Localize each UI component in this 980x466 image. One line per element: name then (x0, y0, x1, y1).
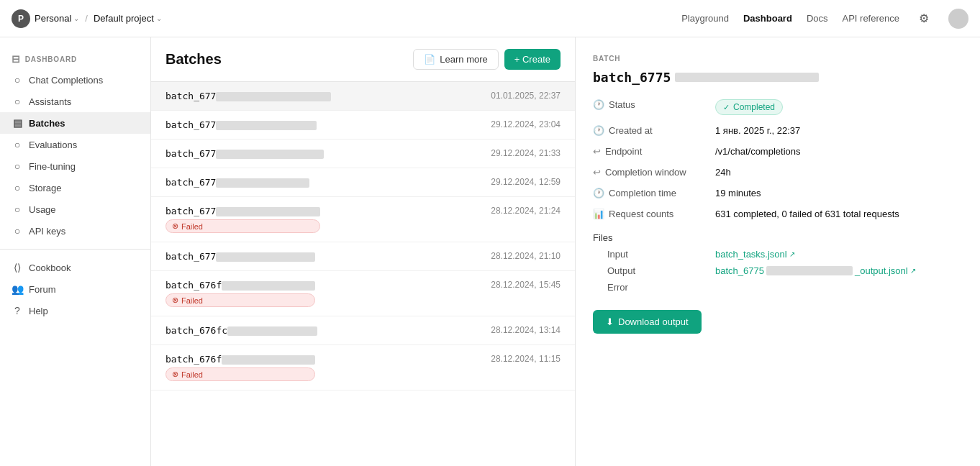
batches-icon: ▤ (12, 117, 23, 129)
book-icon: 📄 (424, 54, 435, 65)
avatar[interactable] (948, 9, 968, 29)
batch-row-left: batch_677 Failed (165, 206, 320, 233)
help-icon: ? (12, 305, 23, 316)
input-label: Input (593, 249, 708, 260)
sidebar-item-label: API keys (29, 226, 65, 237)
sidebar-item-usage[interactable]: ○ Usage (0, 198, 150, 220)
org-name: Personal (35, 13, 71, 24)
status-completed-badge: Completed (715, 99, 783, 115)
detail-key-status: 🕐 Status (593, 99, 708, 110)
nav-dashboard[interactable]: Dashboard (743, 13, 792, 24)
window-icon: ↩ (593, 167, 601, 178)
output-label: Output (593, 265, 708, 276)
clock-icon: 🕐 (593, 99, 604, 110)
topnav-right: Playground Dashboard Docs API reference … (681, 9, 968, 29)
sidebar-item-forum[interactable]: 👥 Forum (0, 278, 150, 300)
nav-playground[interactable]: Playground (681, 13, 729, 24)
sidebar-item-help[interactable]: ? Help (0, 300, 150, 321)
batch-row[interactable]: batch_677 29.12.2024, 21:33 (151, 140, 575, 168)
clock-icon-2: 🕐 (593, 125, 604, 136)
sidebar-item-label: Chat Completions (29, 75, 103, 86)
batch-id: batch_677 (165, 206, 320, 216)
detail-grid: 🕐 Status Completed 🕐 Created at 1 янв. 2… (593, 99, 963, 219)
org-selector[interactable]: Personal ⌄ (35, 13, 79, 24)
sidebar-item-storage[interactable]: ○ Storage (0, 177, 150, 198)
batch-date: 29.12.2024, 21:33 (491, 148, 561, 158)
evaluations-icon: ○ (12, 139, 23, 150)
files-section: Files Input batch_tasks.jsonl ↗ Output (593, 232, 963, 293)
batch-id: batch_676f (165, 280, 315, 291)
main-content: Batches 📄 Learn more + Create batch_677 (151, 37, 980, 466)
detail-val-input: batch_tasks.jsonl ↗ (715, 249, 963, 260)
batches-actions: 📄 Learn more + Create (413, 49, 561, 70)
topnav: P Personal ⌄ / Default project ⌄ Playgro… (0, 0, 980, 37)
sidebar-item-chat-completions[interactable]: ○ Chat Completions (0, 69, 150, 91)
batches-header: Batches 📄 Learn more + Create (151, 37, 575, 82)
detail-val-completion-window: 24h (715, 167, 963, 178)
chat-completions-icon: ○ (12, 74, 23, 86)
batch-row-left: batch_677 (165, 91, 331, 101)
batch-row[interactable]: batch_677 01.01.2025, 22:37 (151, 82, 575, 111)
topnav-left: P Personal ⌄ / Default project ⌄ (12, 9, 162, 28)
detail-row-endpoint: ↩ Endpoint /v1/chat/completions (593, 146, 963, 157)
detail-val-endpoint: /v1/chat/completions (715, 146, 963, 157)
app-body: ⊟ DASHBOARD ○ Chat Completions ○ Assista… (0, 37, 980, 466)
sidebar-item-label: Assistants (29, 96, 71, 107)
sidebar-item-cookbook[interactable]: ⟨⟩ Cookbook (0, 257, 150, 278)
download-output-button[interactable]: ⬇ Download output (593, 310, 702, 334)
fine-tuning-icon: ○ (12, 160, 23, 172)
sidebar-item-label: Storage (29, 183, 62, 193)
detail-val-created-at: 1 янв. 2025 г., 22:37 (715, 125, 963, 136)
sidebar-item-evaluations[interactable]: ○ Evaluations (0, 134, 150, 155)
sidebar-item-label: Usage (29, 204, 56, 215)
batch-row[interactable]: batch_676f Failed 28.12.2024, 15:45 (151, 271, 575, 316)
external-link-icon: ↗ (789, 250, 795, 258)
batch-row[interactable]: batch_676f Failed 28.12.2024, 11:15 (151, 345, 575, 390)
nav-docs[interactable]: Docs (807, 13, 828, 24)
status-badge: Failed (165, 293, 315, 307)
project-selector[interactable]: Default project ⌄ (94, 13, 162, 24)
counts-icon: 📊 (593, 209, 604, 219)
sidebar-item-assistants[interactable]: ○ Assistants (0, 91, 150, 112)
detail-key-completion-time: 🕐 Completion time (593, 188, 708, 198)
batch-date: 28.12.2024, 13:14 (491, 325, 561, 335)
detail-row-status: 🕐 Status Completed (593, 99, 963, 115)
status-badge: Failed (165, 367, 315, 381)
learn-more-button[interactable]: 📄 Learn more (413, 49, 498, 70)
files-row-output: Output batch_6775 _output.jsonl ↗ (593, 265, 963, 276)
sidebar-item-fine-tuning[interactable]: ○ Fine-tuning (0, 155, 150, 177)
batch-id: batch_677 (165, 91, 331, 101)
batch-row-left: batch_677 (165, 119, 317, 130)
batch-id: batch_676f (165, 354, 315, 365)
batch-row-left: batch_677 (165, 148, 324, 159)
batches-title: Batches (165, 51, 222, 68)
detail-key-request-counts: 📊 Request counts (593, 209, 708, 219)
batch-date: 01.01.2025, 22:37 (491, 91, 561, 101)
sidebar-item-label: Fine-tuning (29, 161, 76, 172)
batch-row[interactable]: batch_676fc 28.12.2024, 13:14 (151, 316, 575, 345)
output-file-link[interactable]: batch_6775 _output.jsonl ↗ (715, 265, 916, 276)
batch-row-left: batch_676f Failed (165, 354, 315, 381)
sidebar-item-api-keys[interactable]: ○ API keys (0, 220, 150, 242)
batch-row-left: batch_676f Failed (165, 280, 315, 307)
batch-id: batch_676fc (165, 325, 317, 336)
input-file-link[interactable]: batch_tasks.jsonl ↗ (715, 249, 963, 260)
batch-row[interactable]: batch_677 29.12.2024, 12:59 (151, 168, 575, 197)
forum-icon: 👥 (12, 283, 23, 295)
detail-row-request-counts: 📊 Request counts 631 completed, 0 failed… (593, 209, 963, 219)
detail-row-created-at: 🕐 Created at 1 янв. 2025 г., 22:37 (593, 125, 963, 136)
nav-api-reference[interactable]: API reference (843, 13, 900, 24)
settings-icon[interactable]: ⚙ (914, 9, 934, 29)
org-chevron-icon: ⌄ (73, 14, 79, 22)
batches-panel: Batches 📄 Learn more + Create batch_677 (151, 37, 576, 466)
batch-row[interactable]: batch_677 28.12.2024, 21:10 (151, 242, 575, 271)
batch-row[interactable]: batch_677 29.12.2024, 23:04 (151, 111, 575, 140)
detail-val-request-counts: 631 completed, 0 failed of 631 total req… (715, 209, 963, 219)
detail-key-created-at: 🕐 Created at (593, 125, 708, 136)
nav-separator: / (85, 13, 88, 24)
sidebar-item-batches[interactable]: ▤ Batches (0, 112, 150, 134)
detail-key-endpoint: ↩ Endpoint (593, 146, 708, 157)
create-button[interactable]: + Create (504, 49, 561, 70)
time-icon: 🕐 (593, 188, 604, 198)
batch-row[interactable]: batch_677 Failed 28.12.2024, 21:24 (151, 197, 575, 242)
